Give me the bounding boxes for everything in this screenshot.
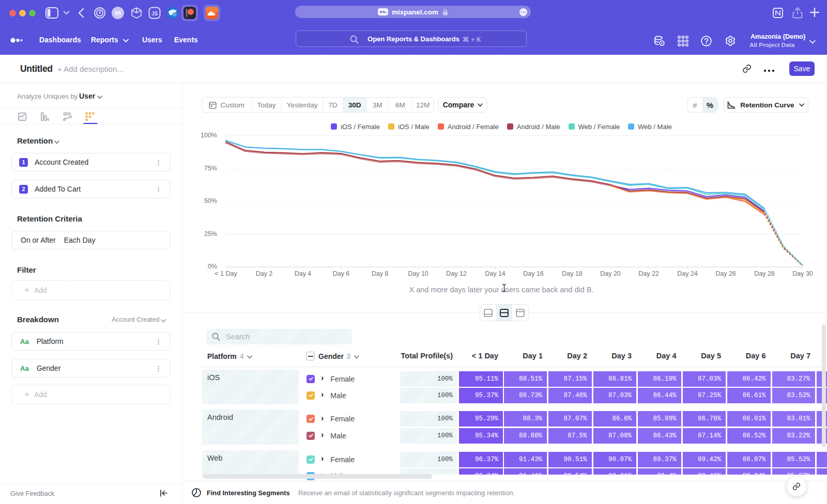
- svg-text:JS: JS: [151, 11, 158, 17]
